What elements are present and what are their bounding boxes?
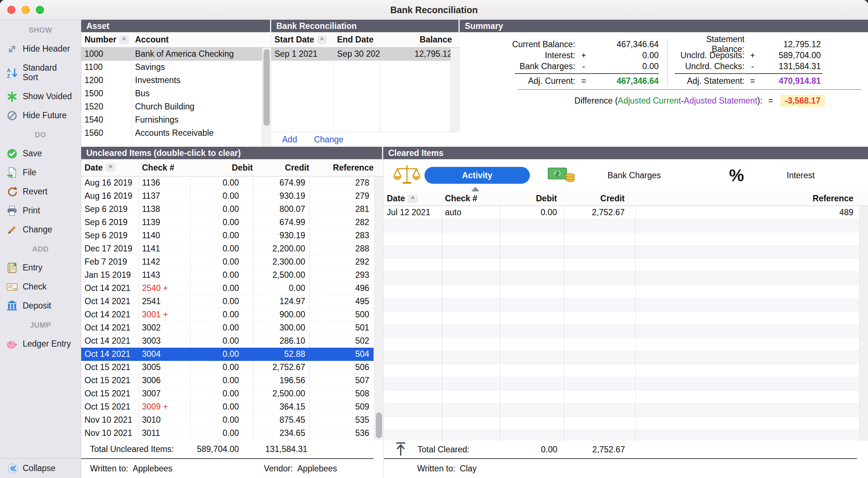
uncleared-column-date[interactable]: Date bbox=[81, 159, 139, 176]
close-button[interactable] bbox=[7, 6, 15, 14]
uncleared-row[interactable]: Jan 15 201911430.002,500.00293 bbox=[81, 269, 383, 282]
uncleared-row[interactable]: Oct 14 20212540 +0.000.00496 bbox=[81, 282, 383, 295]
column-separator bbox=[442, 191, 442, 441]
tab-bank-charges[interactable]: Bank Charges bbox=[607, 171, 661, 180]
uncleared-row[interactable]: Oct 15 202130060.00196.56507 bbox=[81, 374, 383, 387]
uncleared-table-header: Date Check # Debit Credit Reference bbox=[81, 159, 383, 176]
uncleared-column-debit[interactable]: Debit bbox=[190, 159, 253, 176]
cell-check: 3009 + bbox=[139, 400, 190, 414]
tab-interest[interactable]: Interest bbox=[787, 171, 815, 180]
sidebar-item-file[interactable]: File bbox=[0, 163, 81, 182]
cleared-column-date[interactable]: Date bbox=[384, 191, 442, 206]
cell-date: Oct 14 2021 bbox=[81, 282, 139, 295]
sidebar-item-show-voided[interactable]: Show Voided bbox=[0, 87, 81, 106]
uncleared-totals-label: Total Uncleared Items: bbox=[81, 444, 190, 454]
uncleared-row[interactable]: Sep 6 201911390.00674.99282 bbox=[81, 216, 383, 229]
asset-column-number[interactable]: Number bbox=[81, 32, 132, 47]
cleared-column-credit[interactable]: Credit bbox=[564, 191, 635, 206]
uncleared-row[interactable]: Aug 16 201911360.00674.99278 bbox=[81, 176, 383, 190]
uncleared-row[interactable]: Dec 17 201911410.002,200.00288 bbox=[81, 242, 383, 255]
column-label: Date bbox=[85, 163, 103, 173]
asset-row[interactable]: 1540Furnishings bbox=[81, 113, 271, 127]
summary-statement-column: Statement Balance:12,795.12 Unclrd. Depo… bbox=[667, 39, 821, 86]
change-link[interactable]: Change bbox=[314, 135, 344, 145]
cleared-column-debit[interactable]: Debit bbox=[500, 191, 564, 206]
bank-reconciliation-window: Bank Reconciliation SHOW Hide Header AZ … bbox=[0, 0, 868, 478]
cleared-row[interactable]: Jul 12 2021auto0.002,752.67489 bbox=[384, 206, 868, 219]
asset-row[interactable]: 1000Bank of America Checking bbox=[81, 48, 271, 61]
summary-operator: - bbox=[575, 61, 592, 71]
cell-credit: 52.88 bbox=[253, 348, 309, 361]
tab-activity[interactable]: Activity bbox=[424, 167, 530, 184]
cell-reference: 508 bbox=[309, 387, 374, 400]
sidebar-item-revert[interactable]: Revert bbox=[0, 182, 81, 201]
sidebar-item-label: Standard Sort bbox=[23, 63, 61, 82]
cell-credit: 2,752.67 bbox=[564, 206, 635, 219]
recon-column-end-date[interactable]: End Date bbox=[334, 32, 380, 47]
asset-column-account[interactable]: Account bbox=[132, 32, 271, 47]
cell-number: 1540 bbox=[81, 113, 132, 127]
uncleared-row[interactable]: Nov 10 202130100.00875.45535 bbox=[81, 414, 383, 427]
uncleared-row[interactable]: Oct 14 20213001 +0.00900.00500 bbox=[81, 308, 383, 321]
cell-credit: 286.10 bbox=[253, 335, 309, 348]
uncleared-column-reference[interactable]: Reference bbox=[309, 159, 374, 176]
cleared-column-check[interactable]: Check # bbox=[442, 191, 500, 206]
recon-column-start-date[interactable]: Start Date bbox=[271, 32, 334, 47]
written-to-value: Applebees bbox=[132, 464, 172, 474]
asset-row[interactable]: 1200Investments bbox=[81, 74, 271, 87]
sidebar-item-hide-future[interactable]: Hide Future bbox=[0, 106, 81, 125]
uncleared-row[interactable]: Oct 14 202125410.00124.97495 bbox=[81, 295, 383, 308]
column-separator bbox=[635, 191, 636, 441]
scrollbar-thumb[interactable] bbox=[263, 49, 270, 126]
uncleared-column-check[interactable]: Check # bbox=[139, 159, 190, 176]
recon-table-body: Sep 1 2021Sep 30 202112,795.12 bbox=[271, 48, 459, 61]
uncleared-row[interactable]: Nov 10 202130110.00234.65536 bbox=[81, 427, 383, 440]
cell-credit: 300.00 bbox=[253, 321, 309, 335]
sort-ascending-icon bbox=[318, 36, 326, 44]
summary-operator: + bbox=[575, 51, 592, 60]
asset-panel-title: Asset bbox=[86, 21, 109, 31]
cell-reference: 535 bbox=[309, 414, 374, 427]
asset-row[interactable]: 1100Savings bbox=[81, 61, 271, 74]
minimize-button[interactable] bbox=[22, 6, 30, 14]
uncleared-column-credit[interactable]: Credit bbox=[253, 159, 309, 176]
collapse-button[interactable]: Collapse bbox=[0, 458, 81, 478]
asset-row[interactable]: 1500Bus bbox=[81, 87, 271, 100]
sidebar-item-check[interactable]: Check bbox=[0, 277, 81, 296]
sidebar-item-print[interactable]: Print bbox=[0, 201, 81, 220]
zoom-button[interactable] bbox=[36, 6, 44, 14]
sidebar-item-label: Hide Future bbox=[23, 111, 67, 120]
sidebar-item-save[interactable]: Save bbox=[0, 144, 81, 163]
recon-row[interactable]: Sep 1 2021Sep 30 202112,795.12 bbox=[271, 48, 459, 61]
uncleared-row[interactable]: Oct 15 20213009 +0.00364.15509 bbox=[81, 400, 383, 414]
uncleared-row[interactable]: Oct 14 202130030.00286.10502 bbox=[81, 335, 383, 348]
recon-column-balance[interactable]: Balance bbox=[380, 32, 459, 47]
sidebar-item-change[interactable]: Change bbox=[0, 220, 81, 239]
uncleared-row[interactable]: Feb 7 201911420.002,300.00292 bbox=[81, 255, 383, 269]
uncleared-row[interactable]: Sep 6 201911380.00800.07281 bbox=[81, 203, 383, 216]
sidebar-item-deposit[interactable]: Deposit bbox=[0, 296, 81, 315]
scrollbar-thumb[interactable] bbox=[376, 412, 382, 438]
sidebar-item-label: Print bbox=[23, 206, 40, 216]
sidebar-item-ledger-entry[interactable]: Ledger Entry bbox=[0, 335, 81, 354]
adjusted-current-label: Adjusted Current bbox=[618, 96, 681, 106]
uncleared-row[interactable]: Oct 14 202130040.0052.88504 bbox=[81, 348, 383, 361]
asset-row[interactable]: 1520Church Building bbox=[81, 100, 271, 113]
sidebar-item-hide-header[interactable]: Hide Header bbox=[0, 40, 81, 59]
uncleared-row[interactable]: Oct 14 202130020.00300.00501 bbox=[81, 321, 383, 335]
uncleared-row[interactable]: Oct 15 202130070.002,500.00508 bbox=[81, 387, 383, 400]
column-separator bbox=[500, 191, 500, 441]
cell-reference: 504 bbox=[309, 348, 374, 361]
cleared-column-reference[interactable]: Reference bbox=[635, 191, 857, 206]
sidebar-item-standard-sort[interactable]: AZ Standard Sort bbox=[0, 59, 81, 87]
uncleared-row[interactable]: Aug 16 201911370.00930.19279 bbox=[81, 190, 383, 203]
sidebar-item-entry[interactable]: Entry bbox=[0, 258, 81, 277]
uncleared-row[interactable]: Oct 15 202130050.002,752.67506 bbox=[81, 361, 383, 374]
add-link[interactable]: Add bbox=[282, 135, 297, 145]
sidebar-item-label: Hide Header bbox=[23, 44, 70, 54]
scrollbar-track bbox=[450, 48, 459, 132]
uncleared-row[interactable]: Sep 6 201911400.00930.19283 bbox=[81, 229, 383, 242]
asset-row[interactable]: 1560Accounts Receivable bbox=[81, 127, 271, 140]
pencil-icon bbox=[6, 224, 18, 236]
cell-debit: 0.00 bbox=[190, 308, 253, 321]
